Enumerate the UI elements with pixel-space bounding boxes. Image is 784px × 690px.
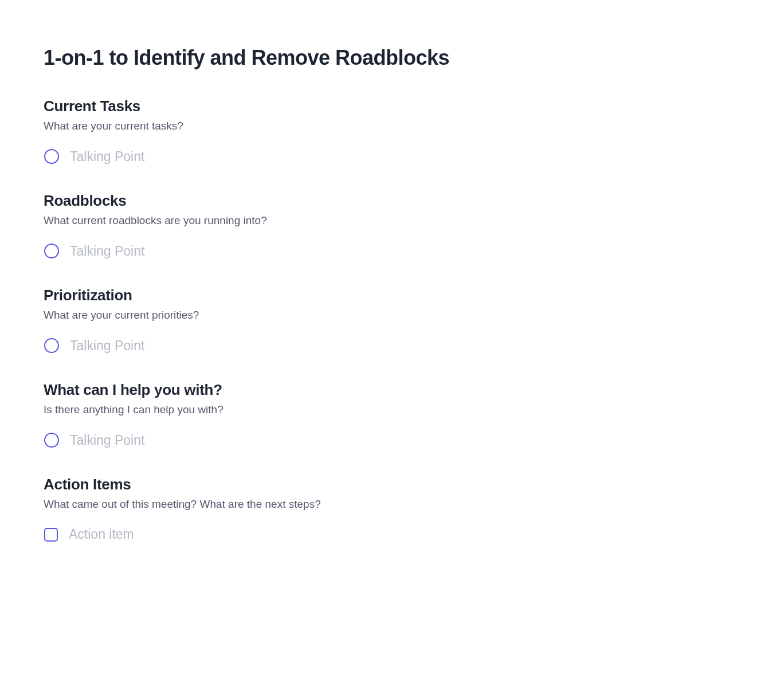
section-roadblocks: Roadblocks What current roadblocks are y… <box>44 192 740 259</box>
section-action-items: Action Items What came out of this meeti… <box>44 476 740 542</box>
section-heading: Action Items <box>44 476 740 493</box>
section-heading: What can I help you with? <box>44 381 740 399</box>
action-item-input[interactable]: Action item <box>69 527 241 542</box>
section-heading: Roadblocks <box>44 192 740 210</box>
talking-point-row[interactable]: Talking Point <box>44 148 740 164</box>
svg-rect-4 <box>45 528 57 541</box>
section-prompt: Is there anything I can help you with? <box>44 403 740 416</box>
circle-icon[interactable] <box>44 243 60 259</box>
section-prioritization: Prioritization What are your current pri… <box>44 287 740 354</box>
svg-point-2 <box>45 339 58 352</box>
circle-icon[interactable] <box>44 338 60 354</box>
talking-point-input[interactable]: Talking Point <box>70 338 242 354</box>
section-current-tasks: Current Tasks What are your current task… <box>44 97 740 164</box>
talking-point-input[interactable]: Talking Point <box>70 433 242 448</box>
svg-point-1 <box>45 244 58 258</box>
action-item-row[interactable]: Action item <box>44 527 740 542</box>
section-help: What can I help you with? Is there anyth… <box>44 381 740 448</box>
section-prompt: What came out of this meeting? What are … <box>44 498 740 511</box>
section-prompt: What are your current tasks? <box>44 120 740 132</box>
section-heading: Current Tasks <box>44 97 740 115</box>
talking-point-input[interactable]: Talking Point <box>70 149 242 164</box>
svg-point-3 <box>45 433 58 447</box>
circle-icon[interactable] <box>44 148 60 164</box>
talking-point-row[interactable]: Talking Point <box>44 338 740 354</box>
circle-icon[interactable] <box>44 432 60 448</box>
talking-point-row[interactable]: Talking Point <box>44 243 740 259</box>
section-prompt: What current roadblocks are you running … <box>44 214 740 227</box>
svg-point-0 <box>45 150 58 163</box>
talking-point-input[interactable]: Talking Point <box>70 244 242 259</box>
section-heading: Prioritization <box>44 287 740 304</box>
page-title: 1-on-1 to Identify and Remove Roadblocks <box>44 46 740 70</box>
checkbox-icon[interactable] <box>44 527 58 542</box>
talking-point-row[interactable]: Talking Point <box>44 432 740 448</box>
section-prompt: What are your current priorities? <box>44 309 740 322</box>
